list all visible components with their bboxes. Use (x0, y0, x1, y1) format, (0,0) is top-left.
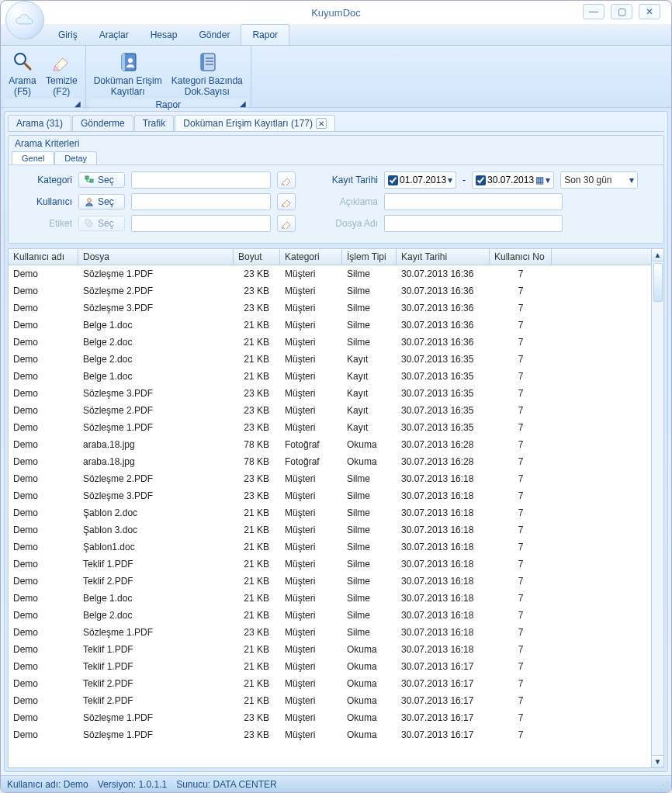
cell: 30.07.2013 16:35 (397, 421, 490, 435)
table-row[interactable]: DemoTeklif 2.PDF21 KBMüşteriSilme30.07.2… (9, 573, 651, 590)
category-pick-button[interactable]: Seç (78, 172, 125, 188)
cell: 30.07.2013 16:17 (397, 677, 490, 691)
maximize-button[interactable]: ▢ (611, 4, 632, 19)
table-row[interactable]: DemoBelge 2.doc21 KBMüşteriSilme30.07.20… (9, 607, 651, 624)
table-row[interactable]: DemoSözleşme 3.PDF23 KBMüşteriSilme30.07… (9, 300, 651, 317)
table-row[interactable]: DemoSözleşme 1.PDF23 KBMüşteriOkuma30.07… (9, 726, 651, 743)
date-to-picker[interactable]: 30.07.2013 ▦ ▾ (472, 171, 554, 189)
clear-button[interactable]: Temizle (F2) (41, 47, 82, 99)
category-clear-button[interactable] (277, 171, 296, 189)
resize-grip-icon[interactable]: ⋰ (659, 780, 668, 791)
close-icon[interactable]: ✕ (316, 118, 327, 129)
cell: Silme (342, 608, 397, 622)
menu-item-hesap[interactable]: Hesap (140, 25, 189, 45)
table-row[interactable]: Demoaraba.18.jpg78 KBFotoğrafOkuma30.07.… (9, 436, 651, 453)
table-row[interactable]: DemoSözleşme 1.PDF23 KBMüşteriOkuma30.07… (9, 709, 651, 726)
app-menu-orb[interactable] (5, 1, 44, 40)
table-row[interactable]: DemoTeklif 2.PDF21 KBMüşteriOkuma30.07.2… (9, 692, 651, 709)
cell: 21 KB (234, 557, 280, 571)
table-row[interactable]: DemoTeklif 1.PDF21 KBMüşteriSilme30.07.2… (9, 556, 651, 573)
chevron-down-icon[interactable]: ▾ (546, 175, 550, 185)
cell: 23 KB (234, 711, 280, 725)
close-button[interactable]: ✕ (639, 4, 660, 19)
calendar-icon[interactable]: ▦ (535, 175, 544, 185)
table-row[interactable]: DemoBelge 1.doc21 KBMüşteriSilme30.07.20… (9, 590, 651, 607)
table-row[interactable]: DemoBelge 1.doc21 KBMüşteriSilme30.07.20… (9, 317, 651, 334)
criteria-tab-general[interactable]: Genel (12, 151, 54, 164)
vertical-scrollbar[interactable]: ▲ ▼ (651, 249, 663, 767)
date-range-preset[interactable]: Son 30 gün ▾ (560, 171, 638, 189)
table-row[interactable]: DemoSözleşme 1.PDF23 KBMüşteriKayıt30.07… (9, 419, 651, 436)
column-header-recdate[interactable]: Kayıt Tarihi (397, 249, 490, 265)
table-row[interactable]: DemoBelge 2.doc21 KBMüşteriKayıt30.07.20… (9, 351, 651, 368)
dialog-launcher-icon[interactable]: ◢ (74, 99, 81, 108)
scroll-up-arrow-icon[interactable]: ▲ (652, 249, 663, 261)
table-row[interactable]: DemoSözleşme 2.PDF23 KBMüşteriSilme30.07… (9, 282, 651, 300)
user-pick-button[interactable]: Seç (78, 194, 125, 210)
cell: 7 (490, 506, 552, 520)
cell: 23 KB (234, 472, 280, 486)
table-row[interactable]: Demoaraba.18.jpg78 KBFotoğrafOkuma30.07.… (9, 453, 651, 470)
table-row[interactable]: DemoSözleşme 3.PDF23 KBMüşteriSilme30.07… (9, 487, 651, 504)
table-row[interactable]: DemoBelge 1.doc21 KBMüşteriKayıt30.07.20… (9, 368, 651, 385)
label-user: Kullanıcı (18, 196, 72, 207)
tag-icon (84, 218, 95, 229)
column-header-size[interactable]: Boyut (234, 249, 280, 265)
criteria-title: Arama Kriterleri (9, 136, 663, 151)
cell: 21 KB (234, 369, 280, 383)
scroll-down-arrow-icon[interactable]: ▼ (652, 755, 663, 767)
table-row[interactable]: DemoBelge 2.doc21 KBMüşteriSilme30.07.20… (9, 334, 651, 351)
column-header-userno[interactable]: Kullanıcı No (490, 249, 552, 265)
table-row[interactable]: DemoTeklif 2.PDF21 KBMüşteriOkuma30.07.2… (9, 675, 651, 692)
tab-dokuman-erisim[interactable]: Doküman Erişim Kayıtları (177) ✕ (175, 115, 335, 131)
column-header-user[interactable]: Kullanıcı adı (9, 249, 78, 265)
table-row[interactable]: DemoŞablon 3.doc21 KBMüşteriSilme30.07.2… (9, 521, 651, 538)
menu-item-rapor[interactable]: Rapor (241, 24, 289, 45)
tab-trafik[interactable]: Trafik (134, 115, 175, 131)
column-header-category[interactable]: Kategori (280, 249, 342, 265)
menu-item-giriş[interactable]: Giriş (47, 25, 88, 45)
minimize-button[interactable]: — (583, 4, 604, 19)
cell: Silme (342, 506, 397, 520)
table-row[interactable]: DemoŞablon 2.doc21 KBMüşteriSilme30.07.2… (9, 504, 651, 521)
column-header-file[interactable]: Dosya (78, 249, 234, 265)
date-from-enable-checkbox[interactable] (388, 175, 398, 185)
table-row[interactable]: DemoSözleşme 1.PDF23 KBMüşteriSilme30.07… (9, 624, 651, 641)
scroll-thumb[interactable] (653, 263, 663, 302)
cell: Okuma (342, 642, 397, 656)
criteria-tab-detail[interactable]: Detay (54, 151, 97, 164)
category-doc-count-label: Kategori Bazında Dok.Sayısı (171, 75, 243, 97)
category-doc-count-button[interactable]: Kategori Bazında Dok.Sayısı (167, 47, 248, 99)
table-row[interactable]: DemoSözleşme 3.PDF23 KBMüşteriKayıt30.07… (9, 385, 651, 402)
column-header-optype[interactable]: İşlem Tipi (342, 249, 397, 265)
tab-arama[interactable]: Arama (31) (8, 115, 71, 131)
status-server: Sunucu: DATA CENTER (176, 779, 277, 790)
table-row[interactable]: DemoTeklif 1.PDF21 KBMüşteriOkuma30.07.2… (9, 641, 651, 658)
table-row[interactable]: DemoSözleşme 2.PDF23 KBMüşteriKayıt30.07… (9, 402, 651, 419)
table-row[interactable]: DemoTeklif 1.PDF21 KBMüşteriOkuma30.07.2… (9, 658, 651, 675)
table-row[interactable]: DemoSözleşme 2.PDF23 KBMüşteriSilme30.07… (9, 470, 651, 487)
search-button[interactable]: Arama (F5) (4, 47, 41, 99)
menu-item-araçlar[interactable]: Araçlar (88, 25, 140, 45)
cell: Müşteri (280, 540, 342, 554)
cell: Okuma (342, 438, 397, 452)
chevron-down-icon[interactable]: ▾ (448, 175, 452, 185)
date-to-enable-checkbox[interactable] (476, 175, 486, 185)
cell: 21 KB (234, 591, 280, 605)
cell: 23 KB (234, 267, 280, 281)
cell: araba.18.jpg (78, 455, 234, 469)
doc-access-log-button[interactable]: Doküman Erişim Kayıtları (89, 47, 167, 99)
dialog-launcher-icon[interactable]: ◢ (240, 99, 246, 108)
tab-gonderme[interactable]: Gönderme (72, 115, 133, 131)
cell: Sözleşme 2.PDF (78, 472, 234, 486)
table-row[interactable]: DemoŞablon1.doc21 KBMüşteriSilme30.07.20… (9, 538, 651, 556)
filename-input[interactable] (384, 215, 563, 232)
user-clear-button[interactable] (277, 193, 296, 210)
cell: 30.07.2013 16:17 (397, 728, 490, 742)
tag-clear-button[interactable] (277, 215, 296, 232)
description-input[interactable] (384, 193, 563, 210)
table-row[interactable]: DemoSözleşme 1.PDF23 KBMüşteriSilme30.07… (9, 265, 651, 282)
date-from-picker[interactable]: 01.07.2013 ▾ (384, 171, 456, 189)
cell: Sözleşme 1.PDF (78, 625, 234, 639)
menu-item-gönder[interactable]: Gönder (188, 25, 241, 45)
